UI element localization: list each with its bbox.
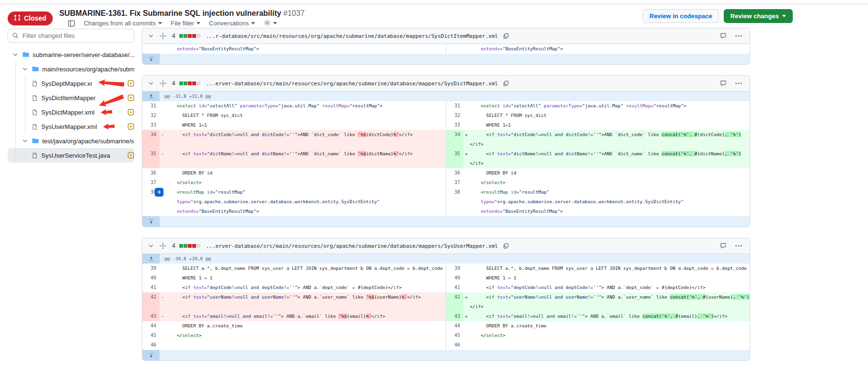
line-number[interactable] <box>142 207 160 216</box>
tree-folder-row[interactable]: main/resources/org/apache/subm... <box>8 62 134 76</box>
diff-line-row: 37 </select>37 </select> <box>142 178 750 187</box>
chevron-down-icon[interactable] <box>12 52 19 58</box>
line-number[interactable]: 40 <box>142 273 160 283</box>
file-path-link[interactable]: ...erver-database/src/main/resources/org… <box>206 81 498 87</box>
diff-line-row: 35- <if test="dictName!=null and dictNam… <box>142 149 750 159</box>
line-number[interactable]: 40 <box>446 273 463 283</box>
file-comment-icon[interactable] <box>719 79 728 88</box>
copy-path-icon[interactable] <box>502 32 510 40</box>
drag-handle-icon[interactable] <box>159 79 167 88</box>
tree-file-row[interactable]: SysUserMapper.xml <box>8 119 134 134</box>
expand-up-icon[interactable] <box>142 92 160 101</box>
diff-line-row: </if> <box>142 139 750 149</box>
line-number[interactable] <box>446 44 463 54</box>
line-number[interactable]: 41 <box>142 283 160 292</box>
line-number[interactable] <box>142 139 160 149</box>
line-number[interactable] <box>142 159 160 168</box>
file-filter-menu[interactable]: File filter <box>171 20 200 27</box>
line-number[interactable] <box>446 197 463 207</box>
line-number[interactable]: 39 <box>446 264 463 273</box>
collapse-file-chevron-icon[interactable] <box>147 80 155 87</box>
line-number[interactable]: 36 <box>142 168 160 178</box>
line-number[interactable]: 39 <box>142 264 160 273</box>
kebab-menu-icon[interactable] <box>734 34 743 38</box>
line-number[interactable]: 31 <box>142 101 160 111</box>
expand-down-icon[interactable] <box>142 216 160 227</box>
review-changes-button[interactable]: Review changes <box>724 9 793 23</box>
changes-from-menu[interactable]: Changes from all commits <box>84 20 162 27</box>
copy-path-icon[interactable] <box>502 242 510 250</box>
conversations-menu[interactable]: Conversations <box>209 20 255 27</box>
chevron-down-icon[interactable] <box>21 138 29 144</box>
file-path-link[interactable]: ...r-database/src/main/resources/org/apa… <box>206 33 498 39</box>
collapse-file-chevron-icon[interactable] <box>147 32 155 40</box>
line-number[interactable]: 42 <box>142 292 160 302</box>
diff-marker: + <box>463 130 470 139</box>
diffstat-square <box>179 244 183 248</box>
line-number[interactable]: 46 <box>446 340 463 350</box>
filter-changed-files-input[interactable] <box>8 29 134 43</box>
tree-file-row[interactable]: SysUserServiceTest.java <box>8 148 134 162</box>
drag-handle-icon[interactable] <box>159 32 167 40</box>
line-number[interactable]: 45 <box>142 331 160 340</box>
line-number[interactable]: 31 <box>446 101 463 111</box>
line-number[interactable]: 43 <box>142 312 160 321</box>
diff-line-row: 41 <if test="deptCode!=null and deptCode… <box>142 283 750 292</box>
expand-down-icon[interactable] <box>142 54 160 64</box>
expand-up-icon[interactable] <box>142 254 160 264</box>
line-number[interactable]: 36 <box>446 168 463 178</box>
search-icon <box>12 32 19 39</box>
tree-folder-row[interactable]: submarine-server/server-database/... <box>8 47 134 62</box>
sidebar-toggle-icon[interactable] <box>68 20 75 27</box>
code-cell: - <if test="dictName!=null and dictName!… <box>160 149 446 159</box>
line-number[interactable]: 43 <box>446 312 463 321</box>
file-comment-icon[interactable] <box>719 242 728 250</box>
line-number[interactable]: 32 <box>142 111 160 120</box>
line-number[interactable]: 37 <box>142 178 160 187</box>
line-number[interactable] <box>446 139 463 149</box>
file-comment-icon[interactable] <box>719 32 728 40</box>
line-number[interactable]: 38 <box>446 187 463 197</box>
line-number[interactable] <box>446 159 463 168</box>
line-number[interactable]: 44 <box>446 321 463 331</box>
line-number[interactable]: 44 <box>142 321 160 331</box>
add-comment-button[interactable]: + <box>155 188 163 197</box>
kebab-menu-icon[interactable] <box>734 81 743 85</box>
chevron-down-icon[interactable] <box>21 66 29 72</box>
tree-file-row[interactable]: SysDictItemMapper.xml <box>8 91 134 105</box>
tree-file-row[interactable]: SysDictMapper.xml <box>8 105 134 119</box>
line-number[interactable]: 35 <box>446 149 463 159</box>
expand-down-icon[interactable] <box>142 350 160 360</box>
line-number[interactable]: 37 <box>446 178 463 187</box>
code-cell: extends="BaseEntityResultMap"> <box>463 207 750 216</box>
tree-file-row[interactable]: SysDeptMapper.xml <box>8 76 134 91</box>
line-number[interactable] <box>142 302 160 312</box>
drag-handle-icon[interactable] <box>159 242 167 250</box>
tree-folder-row[interactable]: test/java/org/apache/submarine/s... <box>8 134 134 148</box>
line-number[interactable] <box>446 302 463 312</box>
line-number[interactable]: 42 <box>446 292 463 302</box>
line-number[interactable] <box>142 44 160 54</box>
diffstat-square <box>192 244 196 248</box>
line-number[interactable]: 34 <box>446 130 463 139</box>
line-number[interactable] <box>142 197 160 207</box>
line-number[interactable]: 34 <box>142 130 160 139</box>
chevron-down-icon <box>273 22 277 26</box>
line-number[interactable]: 32 <box>446 111 463 120</box>
line-number[interactable]: 45 <box>446 331 463 340</box>
line-number[interactable] <box>446 207 463 216</box>
copy-path-icon[interactable] <box>502 80 510 88</box>
red-arrow-annotation <box>97 78 125 89</box>
line-number[interactable]: 33 <box>142 120 160 130</box>
collapse-file-chevron-icon[interactable] <box>147 242 155 250</box>
line-number[interactable]: 41 <box>446 283 463 292</box>
diff-settings-menu[interactable] <box>264 19 277 28</box>
changed-files-tree: submarine-server/server-database/...main… <box>8 47 134 162</box>
line-number[interactable]: 33 <box>446 120 463 130</box>
review-in-codespace-button[interactable]: Review in codespace <box>643 9 719 23</box>
line-number[interactable]: 35 <box>142 149 160 159</box>
kebab-menu-icon[interactable] <box>734 244 743 248</box>
diff-line-row: 38 <resultMap id="resultMap"38 <resultMa… <box>142 187 750 197</box>
line-number[interactable]: 46 <box>142 340 160 350</box>
file-path-link[interactable]: ...erver-database/src/main/resources/org… <box>206 243 498 249</box>
